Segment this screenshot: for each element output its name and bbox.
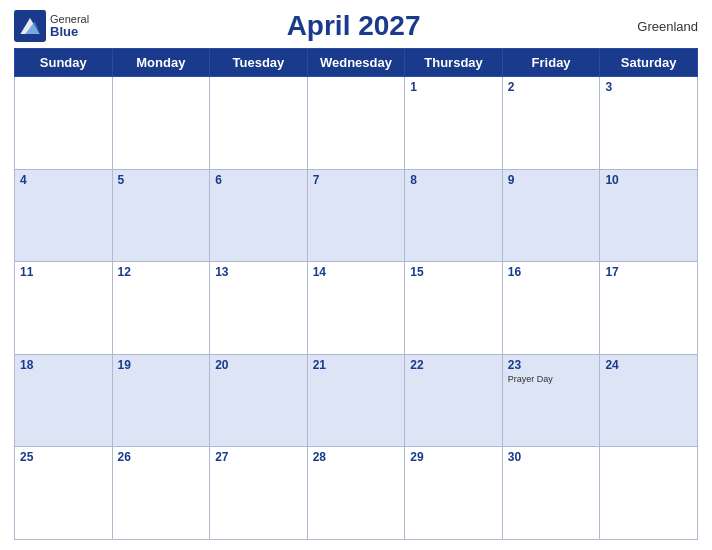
calendar-title: April 2027 (89, 10, 618, 42)
col-wednesday: Wednesday (307, 49, 405, 77)
calendar-week-row: 252627282930 (15, 447, 698, 540)
col-thursday: Thursday (405, 49, 503, 77)
calendar-cell: 12 (112, 262, 210, 355)
day-number: 18 (20, 358, 107, 372)
calendar-cell: 17 (600, 262, 698, 355)
day-number: 20 (215, 358, 302, 372)
calendar-cell: 23Prayer Day (502, 354, 600, 447)
calendar-cell (15, 77, 113, 170)
calendar-week-row: 123 (15, 77, 698, 170)
logo-blue-label: Blue (50, 25, 89, 39)
region-label: Greenland (618, 19, 698, 34)
calendar-cell: 15 (405, 262, 503, 355)
logo: General Blue (14, 10, 89, 42)
event-label: Prayer Day (508, 374, 595, 384)
day-number: 6 (215, 173, 302, 187)
day-number: 13 (215, 265, 302, 279)
calendar-table: Sunday Monday Tuesday Wednesday Thursday… (14, 48, 698, 540)
day-number: 8 (410, 173, 497, 187)
day-number: 17 (605, 265, 692, 279)
day-number: 14 (313, 265, 400, 279)
calendar-cell: 20 (210, 354, 308, 447)
calendar-cell (210, 77, 308, 170)
logo-icon (14, 10, 46, 42)
calendar-cell: 11 (15, 262, 113, 355)
calendar-cell: 22 (405, 354, 503, 447)
day-number: 15 (410, 265, 497, 279)
day-number: 9 (508, 173, 595, 187)
header: General Blue April 2027 Greenland (14, 10, 698, 42)
calendar-cell: 1 (405, 77, 503, 170)
calendar-cell: 2 (502, 77, 600, 170)
col-saturday: Saturday (600, 49, 698, 77)
calendar-cell: 29 (405, 447, 503, 540)
day-number: 28 (313, 450, 400, 464)
day-number: 3 (605, 80, 692, 94)
calendar-cell: 26 (112, 447, 210, 540)
calendar-page: General Blue April 2027 Greenland Sunday… (0, 0, 712, 550)
calendar-week-row: 11121314151617 (15, 262, 698, 355)
calendar-cell: 19 (112, 354, 210, 447)
day-number: 30 (508, 450, 595, 464)
day-number: 21 (313, 358, 400, 372)
calendar-cell: 7 (307, 169, 405, 262)
calendar-cell: 4 (15, 169, 113, 262)
day-number: 26 (118, 450, 205, 464)
calendar-cell: 8 (405, 169, 503, 262)
calendar-cell: 27 (210, 447, 308, 540)
weekday-header-row: Sunday Monday Tuesday Wednesday Thursday… (15, 49, 698, 77)
day-number: 22 (410, 358, 497, 372)
day-number: 4 (20, 173, 107, 187)
col-friday: Friday (502, 49, 600, 77)
calendar-cell: 6 (210, 169, 308, 262)
day-number: 23 (508, 358, 595, 372)
day-number: 19 (118, 358, 205, 372)
day-number: 12 (118, 265, 205, 279)
calendar-week-row: 181920212223Prayer Day24 (15, 354, 698, 447)
col-monday: Monday (112, 49, 210, 77)
day-number: 11 (20, 265, 107, 279)
calendar-cell: 9 (502, 169, 600, 262)
day-number: 24 (605, 358, 692, 372)
day-number: 10 (605, 173, 692, 187)
calendar-cell: 16 (502, 262, 600, 355)
day-number: 2 (508, 80, 595, 94)
col-sunday: Sunday (15, 49, 113, 77)
calendar-cell: 24 (600, 354, 698, 447)
calendar-cell: 10 (600, 169, 698, 262)
calendar-cell: 14 (307, 262, 405, 355)
day-number: 16 (508, 265, 595, 279)
calendar-cell: 28 (307, 447, 405, 540)
calendar-cell: 13 (210, 262, 308, 355)
calendar-cell: 30 (502, 447, 600, 540)
calendar-cell: 18 (15, 354, 113, 447)
calendar-week-row: 45678910 (15, 169, 698, 262)
calendar-cell: 25 (15, 447, 113, 540)
day-number: 25 (20, 450, 107, 464)
day-number: 5 (118, 173, 205, 187)
day-number: 7 (313, 173, 400, 187)
day-number: 27 (215, 450, 302, 464)
calendar-cell: 3 (600, 77, 698, 170)
col-tuesday: Tuesday (210, 49, 308, 77)
day-number: 1 (410, 80, 497, 94)
calendar-cell: 5 (112, 169, 210, 262)
calendar-cell: 21 (307, 354, 405, 447)
calendar-cell (307, 77, 405, 170)
logo-text: General Blue (50, 13, 89, 39)
day-number: 29 (410, 450, 497, 464)
calendar-cell (600, 447, 698, 540)
calendar-cell (112, 77, 210, 170)
